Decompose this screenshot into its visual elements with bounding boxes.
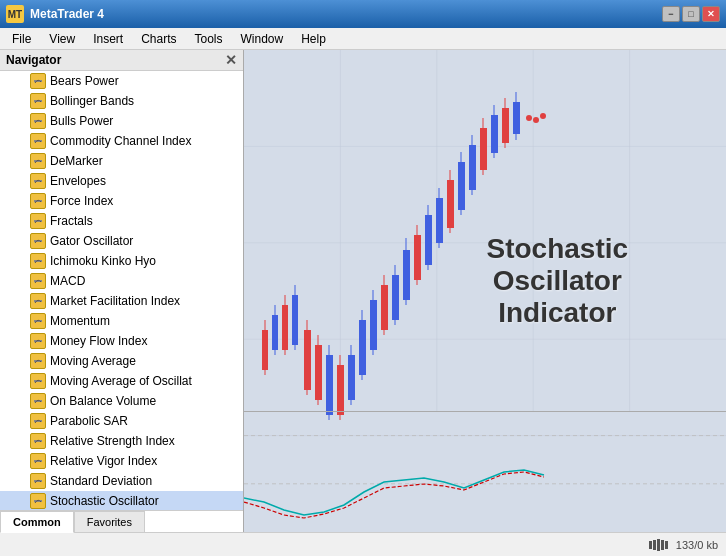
indicator-icon [30, 313, 46, 329]
nav-item[interactable]: Fractals [0, 211, 243, 231]
indicator-label: MACD [50, 274, 85, 288]
svg-point-80 [526, 115, 532, 121]
navigator-title: Navigator [6, 53, 61, 67]
indicator-label: Commodity Channel Index [50, 134, 191, 148]
menu-file[interactable]: File [4, 30, 39, 48]
indicator-icon [30, 393, 46, 409]
indicator-icon [30, 473, 46, 489]
maximize-button[interactable]: □ [682, 6, 700, 22]
chart-svg [244, 50, 726, 532]
navigator-panel: Navigator ✕ Bears PowerBollinger BandsBu… [0, 50, 244, 532]
close-button[interactable]: ✕ [702, 6, 720, 22]
menu-charts[interactable]: Charts [133, 30, 184, 48]
indicator-icon [30, 333, 46, 349]
indicator-icon [30, 173, 46, 189]
indicator-icon [30, 293, 46, 309]
nav-item[interactable]: Market Facilitation Index [0, 291, 243, 311]
navigator-tabs: Common Favorites [0, 510, 243, 532]
svg-point-81 [533, 117, 539, 123]
nav-item[interactable]: Commodity Channel Index [0, 131, 243, 151]
nav-item[interactable]: Bears Power [0, 71, 243, 91]
indicator-label: Bollinger Bands [50, 94, 134, 108]
nav-item[interactable]: Money Flow Index [0, 331, 243, 351]
indicator-icon [30, 93, 46, 109]
nav-item[interactable]: Envelopes [0, 171, 243, 191]
indicator-label: Bulls Power [50, 114, 113, 128]
nav-item[interactable]: Gator Oscillator [0, 231, 243, 251]
indicator-label: Fractals [50, 214, 93, 228]
nav-item[interactable]: Parabolic SAR [0, 411, 243, 431]
tab-common[interactable]: Common [0, 511, 74, 533]
indicator-icon [30, 433, 46, 449]
nav-item[interactable]: MACD [0, 271, 243, 291]
indicator-label: Parabolic SAR [50, 414, 128, 428]
menu-bar: File View Insert Charts Tools Window Hel… [0, 28, 726, 50]
indicator-icon [30, 493, 46, 509]
nav-item[interactable]: Moving Average of Oscillat [0, 371, 243, 391]
nav-item[interactable]: Bollinger Bands [0, 91, 243, 111]
menu-help[interactable]: Help [293, 30, 334, 48]
nav-item[interactable]: DeMarker [0, 151, 243, 171]
indicator-icon [30, 353, 46, 369]
menu-tools[interactable]: Tools [187, 30, 231, 48]
indicator-icon [30, 213, 46, 229]
indicator-label: Envelopes [50, 174, 106, 188]
indicator-label: Momentum [50, 314, 110, 328]
indicator-label: Ichimoku Kinko Hyo [50, 254, 156, 268]
window-controls: − □ ✕ [662, 6, 720, 22]
indicator-label: Relative Strength Index [50, 434, 175, 448]
indicator-label: Gator Oscillator [50, 234, 133, 248]
indicator-label: Money Flow Index [50, 334, 147, 348]
main-layout: Navigator ✕ Bears PowerBollinger BandsBu… [0, 50, 726, 532]
chart-area[interactable]: Stochastic Oscillator Indicator [244, 50, 726, 532]
nav-item[interactable]: Ichimoku Kinko Hyo [0, 251, 243, 271]
indicator-icon [30, 253, 46, 269]
status-icon [649, 539, 668, 551]
indicator-icon [30, 153, 46, 169]
indicator-label: Standard Deviation [50, 474, 152, 488]
status-bar: 133/0 kb [0, 532, 726, 556]
app-title: MetaTrader 4 [30, 7, 104, 21]
indicator-label: DeMarker [50, 154, 103, 168]
indicator-label: Moving Average of Oscillat [50, 374, 192, 388]
nav-item[interactable]: Standard Deviation [0, 471, 243, 491]
app-icon: MT [6, 5, 24, 23]
indicator-icon [30, 373, 46, 389]
indicator-label: Force Index [50, 194, 113, 208]
nav-item[interactable]: Stochastic Oscillator [0, 491, 243, 510]
indicator-icon [30, 113, 46, 129]
indicator-icon [30, 193, 46, 209]
nav-item[interactable]: Relative Vigor Index [0, 451, 243, 471]
nav-item[interactable]: Momentum [0, 311, 243, 331]
indicator-icon [30, 453, 46, 469]
indicator-icon [30, 273, 46, 289]
nav-item[interactable]: Force Index [0, 191, 243, 211]
svg-point-82 [540, 113, 546, 119]
indicator-label: Moving Average [50, 354, 136, 368]
navigator-header: Navigator ✕ [0, 50, 243, 71]
indicator-icon [30, 133, 46, 149]
indicator-label: Market Facilitation Index [50, 294, 180, 308]
minimize-button[interactable]: − [662, 6, 680, 22]
menu-window[interactable]: Window [233, 30, 292, 48]
menu-insert[interactable]: Insert [85, 30, 131, 48]
tab-favorites[interactable]: Favorites [74, 511, 145, 532]
nav-item[interactable]: Moving Average [0, 351, 243, 371]
title-bar: MT MetaTrader 4 − □ ✕ [0, 0, 726, 28]
navigator-close[interactable]: ✕ [225, 53, 237, 67]
menu-view[interactable]: View [41, 30, 83, 48]
indicator-label: Stochastic Oscillator [50, 494, 159, 508]
memory-status: 133/0 kb [676, 539, 718, 551]
indicator-label: Relative Vigor Index [50, 454, 157, 468]
indicator-label: Bears Power [50, 74, 119, 88]
nav-item[interactable]: On Balance Volume [0, 391, 243, 411]
nav-item[interactable]: Bulls Power [0, 111, 243, 131]
navigator-list: Bears PowerBollinger BandsBulls PowerCom… [0, 71, 243, 510]
indicator-label: On Balance Volume [50, 394, 156, 408]
indicator-icon [30, 233, 46, 249]
svg-rect-23 [244, 50, 726, 532]
indicator-icon [30, 413, 46, 429]
indicator-icon [30, 73, 46, 89]
nav-item[interactable]: Relative Strength Index [0, 431, 243, 451]
